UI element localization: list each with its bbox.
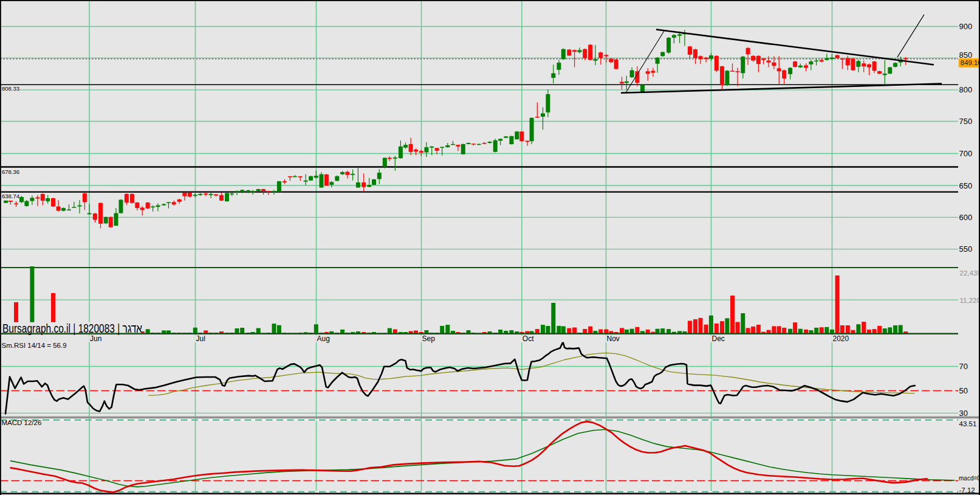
svg-text:700: 700 [959, 149, 973, 158]
svg-text:Sm.RSI 14/14 = 56.9: Sm.RSI 14/14 = 56.9 [2, 342, 67, 349]
svg-text:Jun: Jun [90, 334, 101, 343]
svg-text:849.10: 849.10 [961, 59, 980, 66]
svg-text:43.51: 43.51 [959, 420, 977, 428]
svg-text:MACD 12/26: MACD 12/26 [2, 419, 42, 426]
svg-text:Sep: Sep [422, 334, 436, 343]
svg-text:11,220: 11,220 [960, 297, 980, 304]
svg-text:2020: 2020 [833, 334, 849, 343]
svg-text:Jul: Jul [196, 334, 205, 343]
svg-text:50: 50 [959, 386, 968, 395]
svg-text:Bursagraph.co.il | 1820083 | א: Bursagraph.co.il | 1820083 | אדגר [2, 322, 142, 335]
svg-text:30: 30 [959, 409, 968, 418]
svg-text:22,439: 22,439 [960, 269, 980, 277]
svg-text:678.36: 678.36 [2, 168, 19, 175]
svg-text:macd=0: macd=0 [959, 475, 980, 482]
svg-text:550: 550 [959, 244, 973, 254]
svg-text:70: 70 [959, 362, 968, 371]
svg-text:750: 750 [959, 117, 973, 126]
svg-text:800: 800 [959, 85, 973, 94]
svg-text:808.33: 808.33 [2, 85, 19, 92]
svg-text:Oct: Oct [523, 334, 534, 343]
svg-text:650: 650 [959, 181, 973, 190]
svg-text:638.74: 638.74 [2, 193, 19, 199]
svg-text:-7.12: -7.12 [959, 486, 975, 494]
svg-text:900: 900 [959, 22, 973, 31]
svg-text:600: 600 [959, 213, 973, 222]
svg-text:850: 850 [959, 50, 973, 60]
svg-text:Dec: Dec [712, 334, 725, 343]
svg-text:Nov: Nov [607, 334, 620, 343]
svg-text:Aug: Aug [317, 334, 330, 343]
